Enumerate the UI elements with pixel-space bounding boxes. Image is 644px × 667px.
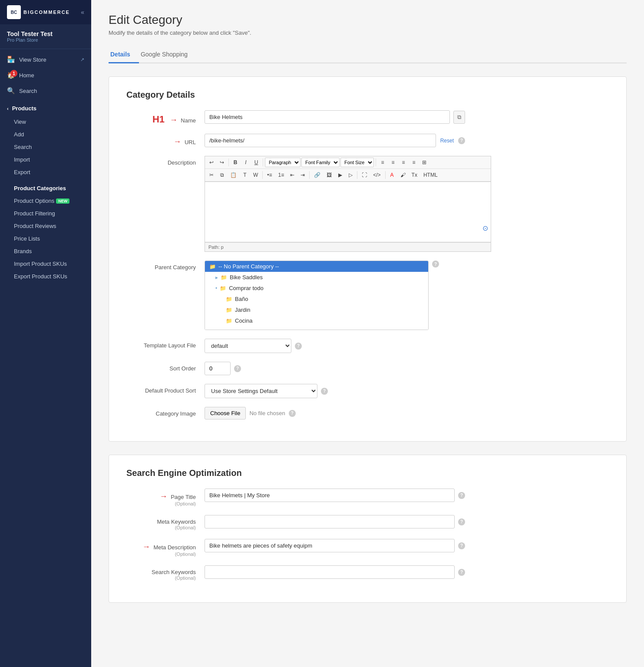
copy-name-button[interactable]: ⧉ [453,111,465,124]
tab-details[interactable]: Details [109,46,139,63]
align-left-button[interactable]: ≡ [378,158,387,167]
sidebar-item-price-lists[interactable]: Price Lists [0,232,91,245]
font-size-select[interactable]: Font Size [340,158,374,167]
cat-item-comprar-todo[interactable]: • 📁 Comprar todo [205,283,428,294]
page-title-help-icon[interactable]: ? [458,492,465,499]
sort-order-input[interactable] [205,362,231,375]
template-layout-select[interactable]: default [205,339,291,353]
page-title-row: → Page Title (Optional) ? [126,489,609,506]
sidebar-item-export-skus[interactable]: Export Product SKUs [0,270,91,283]
sidebar-item-search[interactable]: 🔍 Search [0,83,91,99]
align-center-button[interactable]: ≡ [388,158,398,167]
default-product-sort-select[interactable]: Use Store Settings Default Featured Newe… [205,384,317,398]
paste-button[interactable]: 📋 [228,170,239,180]
copy-button[interactable]: ⧉ [217,170,227,180]
sidebar-item-view-store[interactable]: 🏪 View Store ↗ [0,52,91,67]
default-product-sort-control: Use Store Settings Default Featured Newe… [205,384,465,398]
category-image-help-icon[interactable]: ? [289,410,296,417]
search-keywords-help-icon[interactable]: ? [458,569,465,576]
parent-category-help-icon[interactable]: ? [432,261,439,267]
sidebar-item-export[interactable]: Export [0,166,91,178]
paste-word-button[interactable]: W [251,170,261,180]
cat-item-jardin[interactable]: 📁 Jardin [205,304,428,315]
template-layout-row: Template Layout File default ? [126,339,609,353]
meta-description-help-icon[interactable]: ? [458,542,465,549]
meta-keywords-input[interactable] [205,515,455,528]
link-button[interactable]: 🔗 [311,170,323,180]
logo-text: BIGCOMMERCE [23,10,70,15]
numbers-button[interactable]: 1≡ [276,170,287,180]
source-button[interactable]: </> [370,170,383,180]
sidebar-item-product-filtering[interactable]: Product Filtering [0,207,91,220]
cat-item-bano[interactable]: 📁 Baño [205,294,428,304]
sidebar-item-import[interactable]: Import [0,153,91,166]
page-title-input[interactable] [205,489,455,502]
sidebar-item-product-options[interactable]: Product Options NEW [0,195,91,207]
undo-button[interactable]: ↩ [207,158,216,167]
search-keywords-input[interactable] [205,565,455,579]
toolbar-divider [228,158,229,166]
page-title-label: → Page Title (Optional) [126,489,196,506]
table-button[interactable]: ⊞ [419,158,429,167]
url-help-icon[interactable]: ? [458,137,465,144]
sort-order-row: Sort Order ? [126,362,609,375]
italic-button[interactable]: I [241,158,251,167]
bullets-button[interactable]: •≡ [264,170,274,180]
meta-keywords-wrapper: ? [205,515,465,528]
cat-item-cocina[interactable]: 📁 Cocina [205,315,428,326]
sidebar-header: BC BIGCOMMERCE « [0,0,91,24]
bg-color-button[interactable]: 🖌 [398,170,408,180]
sidebar-item-search-products[interactable]: Search [0,141,91,153]
paste-text-button[interactable]: T [240,170,250,180]
choose-file-button[interactable]: Choose File [205,407,246,419]
sidebar-item-product-categories[interactable]: Product Categories [0,182,91,195]
remove-format-button[interactable]: Tx [409,170,420,180]
sort-order-control: ? [205,362,465,375]
youtube-button[interactable]: ▷ [346,170,355,180]
cut-button[interactable]: ✂ [207,170,216,180]
sort-order-help-icon[interactable]: ? [234,365,241,372]
sidebar-item-brands[interactable]: Brands [0,245,91,258]
sidebar-item-add[interactable]: Add [0,128,91,141]
sidebar-item-home[interactable]: 🏠 1 Home [0,67,91,83]
sidebar-item-import-skus[interactable]: Import Product SKUs [0,258,91,270]
underline-button[interactable]: U [251,158,261,167]
meta-description-input[interactable] [205,539,455,552]
products-label: Products [12,105,36,112]
meta-description-label: → Meta Description (Optional) [126,539,196,557]
cat-item-no-parent[interactable]: 📁 -- No Parent Category -- [205,261,428,272]
description-control: ↩ ↪ B I U Paragraph Font Family Font Siz… [205,156,491,252]
name-input[interactable] [205,110,450,124]
search-keywords-sublabel: (Optional) [126,575,196,581]
align-justify-button[interactable]: ≡ [409,158,419,167]
sidebar-products-toggle[interactable]: ‹ Products [0,101,91,116]
cat-item-publicaciones[interactable]: 📁 Publicaciones [205,326,428,330]
reset-url-link[interactable]: Reset [440,138,454,144]
font-family-select[interactable]: Font Family [301,158,340,167]
collapse-sidebar-button[interactable]: « [81,9,84,16]
color-button[interactable]: A [387,170,397,180]
default-sort-help-icon[interactable]: ? [321,388,328,395]
meta-keywords-help-icon[interactable]: ? [458,518,465,525]
redo-button[interactable]: ↪ [217,158,227,167]
sidebar-item-view[interactable]: View [0,116,91,128]
html-button[interactable]: HTML [421,170,440,180]
description-input[interactable] [205,182,491,238]
parent-category-list[interactable]: 📁 -- No Parent Category -- ▸ 📁 Bike Sadd… [205,261,429,330]
template-help-icon[interactable]: ? [295,343,302,350]
file-name-text: No file chosen [249,410,285,416]
image-button[interactable]: 🖼 [324,170,334,180]
paragraph-select[interactable]: Paragraph [265,158,301,167]
meta-description-wrapper: ? [205,539,465,552]
indent-button[interactable]: ⇥ [298,170,307,180]
tab-google-shopping[interactable]: Google Shopping [139,46,196,63]
url-control: Reset ? [205,134,465,147]
bold-button[interactable]: B [231,158,240,167]
sidebar-item-product-reviews[interactable]: Product Reviews [0,220,91,232]
cat-item-bike-saddles[interactable]: ▸ 📁 Bike Saddles [205,272,428,283]
align-right-button[interactable]: ≡ [399,158,408,167]
outdent-button[interactable]: ⇤ [287,170,297,180]
fullscreen-button[interactable]: ⛶ [359,170,370,180]
url-input[interactable] [205,134,436,147]
media-button[interactable]: ▶ [335,170,345,180]
